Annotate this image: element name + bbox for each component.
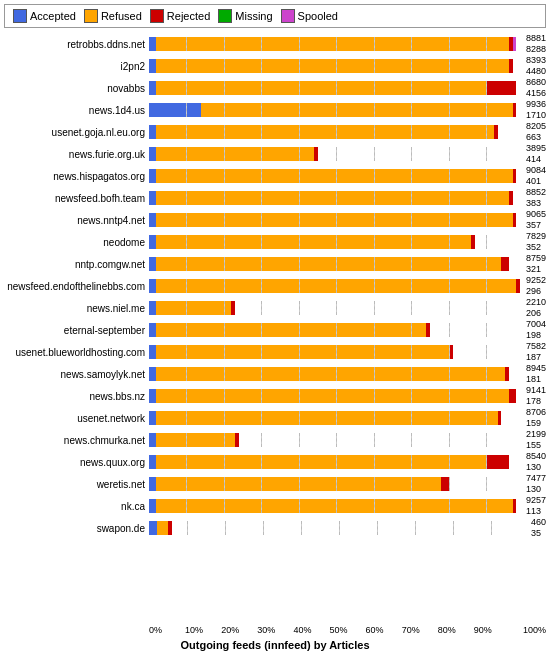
grid-line xyxy=(486,213,487,227)
bar-rejected-1 xyxy=(509,59,513,73)
grid-line xyxy=(377,521,378,535)
grid-line xyxy=(224,411,225,425)
grid-line xyxy=(336,147,337,161)
val-top-9: 7829 xyxy=(526,231,546,242)
bar-accepted-4 xyxy=(149,125,156,139)
grid-line xyxy=(411,125,412,139)
table-row: novabbs86804156 xyxy=(4,78,546,98)
grid-line xyxy=(336,389,337,403)
bar-accepted-6 xyxy=(149,169,156,183)
grid-line xyxy=(486,257,487,271)
legend: AcceptedRefusedRejectedMissingSpooled xyxy=(4,4,546,28)
bar-accepted-15 xyxy=(149,367,156,381)
grid-line xyxy=(486,125,487,139)
val-top-16: 9141 xyxy=(526,385,546,396)
val-bot-8: 357 xyxy=(526,220,546,231)
x-tick-10: 100% xyxy=(510,625,546,635)
table-row: news.niel.me2210206 xyxy=(4,298,546,318)
grid-line xyxy=(261,499,262,513)
row-values-13: 7004198 xyxy=(526,319,546,341)
bars-wrapper-5 xyxy=(149,147,524,161)
bar-refused-1 xyxy=(156,59,508,73)
bar-rejected-3 xyxy=(513,103,517,117)
bar-rejected-7 xyxy=(509,191,513,205)
row-values-5: 3895414 xyxy=(526,143,546,165)
bar-rejected-10 xyxy=(501,257,508,271)
grid-line xyxy=(449,279,450,293)
row-values-20: 7477130 xyxy=(526,473,546,495)
row-values-19: 8540130 xyxy=(526,451,546,473)
grid-line xyxy=(224,191,225,205)
grid-line xyxy=(336,323,337,337)
bar-refused-7 xyxy=(156,191,508,205)
table-row: news.chmurka.net2199155 xyxy=(4,430,546,450)
val-top-2: 8680 xyxy=(526,77,546,88)
grid-line xyxy=(301,521,302,535)
chart-container: AcceptedRefusedRejectedMissingSpooled re… xyxy=(0,0,550,655)
table-row: neodome7829352 xyxy=(4,232,546,252)
grid-line xyxy=(411,345,412,359)
grid-line xyxy=(299,103,300,117)
grid-line xyxy=(374,367,375,381)
bar-rejected-2 xyxy=(486,81,516,95)
row-values-8: 9065357 xyxy=(526,209,546,231)
row-values-11: 9252296 xyxy=(526,275,546,297)
grid-line xyxy=(374,389,375,403)
val-bot-13: 198 xyxy=(526,330,546,341)
grid-line xyxy=(186,455,187,469)
grid-line xyxy=(486,345,487,359)
grid-line xyxy=(186,125,187,139)
row-label-9: neodome xyxy=(4,237,149,248)
table-row: eternal-september7004198 xyxy=(4,320,546,340)
bars-wrapper-15 xyxy=(149,367,524,381)
grid-line xyxy=(336,279,337,293)
spooled-legend-box xyxy=(281,9,295,23)
bar-accepted-20 xyxy=(149,477,156,491)
bar-rejected-17 xyxy=(498,411,502,425)
grid-line xyxy=(411,279,412,293)
grid-line xyxy=(374,433,375,447)
table-row: retrobbs.ddns.net88818288 xyxy=(4,34,546,54)
row-label-3: news.1d4.us xyxy=(4,105,149,116)
row-label-8: news.nntp4.net xyxy=(4,215,149,226)
row-label-19: news.quux.org xyxy=(4,457,149,468)
bars-wrapper-0 xyxy=(149,37,524,51)
x-tick-7: 70% xyxy=(402,625,438,635)
grid-line xyxy=(261,433,262,447)
val-bot-16: 178 xyxy=(526,396,546,407)
row-values-4: 8205663 xyxy=(526,121,546,143)
legend-item-accepted: Accepted xyxy=(13,9,76,23)
row-values-12: 2210206 xyxy=(526,297,546,319)
grid-line xyxy=(225,521,226,535)
grid-line xyxy=(263,521,264,535)
grid-line xyxy=(374,345,375,359)
grid-line xyxy=(224,389,225,403)
val-bot-21: 113 xyxy=(526,506,546,517)
table-row: news.1d4.us99361710 xyxy=(4,100,546,120)
grid-line xyxy=(336,411,337,425)
grid-line xyxy=(336,37,337,51)
grid-line xyxy=(411,323,412,337)
grid-line xyxy=(224,103,225,117)
grid-line xyxy=(186,411,187,425)
grid-line xyxy=(486,103,487,117)
spooled-legend-label: Spooled xyxy=(298,10,338,22)
row-label-5: news.furie.org.uk xyxy=(4,149,149,160)
row-values-18: 2199155 xyxy=(526,429,546,451)
grid-line xyxy=(449,301,450,315)
grid-line xyxy=(411,37,412,51)
grid-line xyxy=(339,521,340,535)
bars-wrapper-6 xyxy=(149,169,524,183)
val-top-5: 3895 xyxy=(526,143,546,154)
row-label-1: i2pn2 xyxy=(4,61,149,72)
bar-refused-0 xyxy=(156,37,508,51)
grid-line xyxy=(336,59,337,73)
val-bot-4: 663 xyxy=(526,132,546,143)
grid-line xyxy=(449,367,450,381)
grid-line xyxy=(261,37,262,51)
grid-line xyxy=(224,213,225,227)
grid-line xyxy=(486,37,487,51)
row-label-17: usenet.network xyxy=(4,413,149,424)
grid-line xyxy=(486,147,487,161)
bar-refused-2 xyxy=(156,81,486,95)
